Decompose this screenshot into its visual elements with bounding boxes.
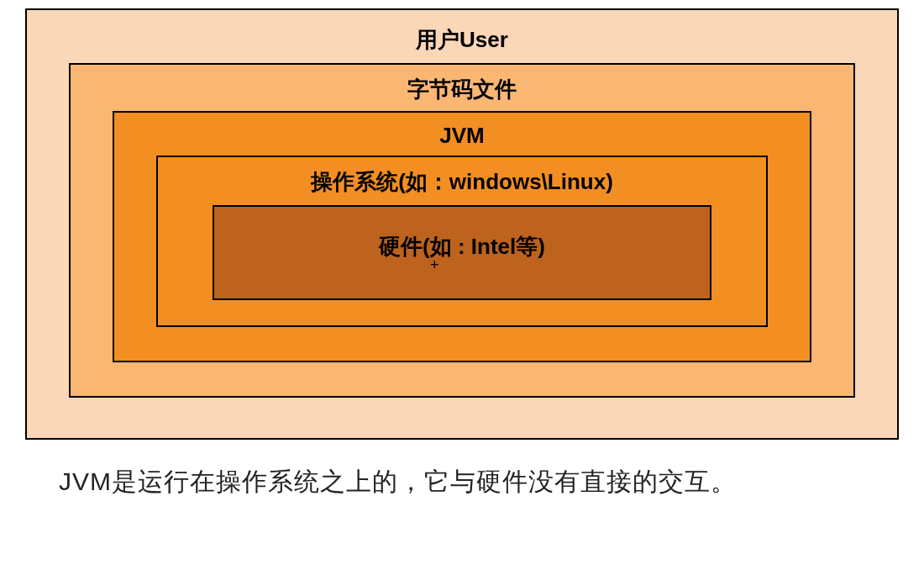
layer-user: 用户User 字节码文件 JVM 操作系统(如：windows\Linux) 硬… bbox=[25, 8, 899, 440]
layer-user-label: 用户User bbox=[69, 20, 855, 63]
layer-os-label: 操作系统(如：windows\Linux) bbox=[213, 164, 711, 205]
layer-hardware-label: 硬件(如 : Intel等) bbox=[223, 229, 701, 270]
cursor-icon: + bbox=[430, 256, 439, 274]
layer-jvm-label: JVM bbox=[156, 119, 768, 156]
layer-jvm: JVM 操作系统(如：windows\Linux) 硬件(如 : Intel等)… bbox=[113, 111, 811, 362]
layer-bytecode: 字节码文件 JVM 操作系统(如：windows\Linux) 硬件(如 : I… bbox=[69, 63, 855, 398]
layer-hardware: 硬件(如 : Intel等) + bbox=[213, 205, 711, 300]
caption-text: JVM是运行在操作系统之上的，它与硬件没有直接的交互。 bbox=[25, 465, 899, 499]
layer-os: 操作系统(如：windows\Linux) 硬件(如 : Intel等) + bbox=[156, 156, 768, 327]
layer-bytecode-label: 字节码文件 bbox=[113, 71, 811, 111]
